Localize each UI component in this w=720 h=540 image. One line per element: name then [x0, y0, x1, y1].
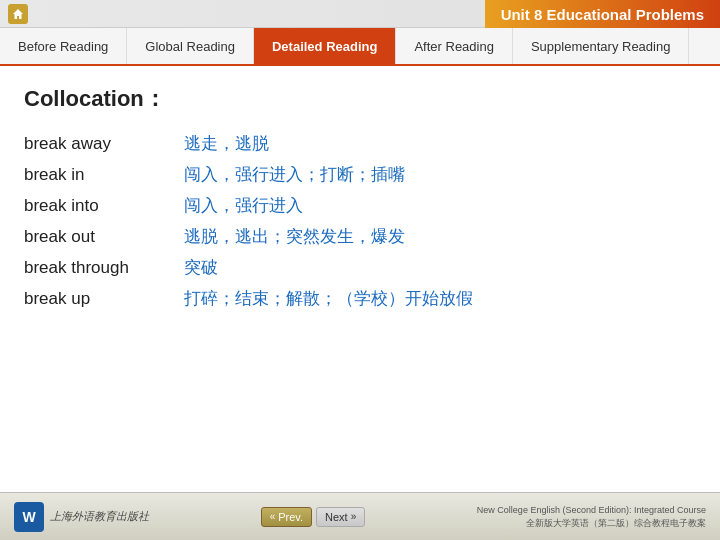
course-text-line1: New College English (Second Edition): In… [477, 504, 706, 517]
list-item: break away 逃走，逃脱 [24, 128, 696, 159]
collocation-term: break up [24, 289, 184, 309]
collocation-term: break in [24, 165, 184, 185]
publisher-name: 上海外语教育出版社 [50, 509, 149, 524]
tab-after-reading[interactable]: After Reading [396, 28, 513, 64]
prev-arrow-icon: « [270, 511, 276, 522]
tab-supplementary-reading[interactable]: Supplementary Reading [513, 28, 689, 64]
collocation-term: break out [24, 227, 184, 247]
tab-global-reading[interactable]: Global Reading [127, 28, 254, 64]
tab-detailed-reading[interactable]: Detailed Reading [254, 28, 396, 64]
prev-button[interactable]: « Prev. [261, 507, 312, 527]
collocation-definition: 打碎；结束；解散；（学校）开始放假 [184, 287, 696, 310]
next-button[interactable]: Next » [316, 507, 365, 527]
collocation-definition: 闯入，强行进入 [184, 194, 696, 217]
list-item: break in 闯入，强行进入；打断；插嘴 [24, 159, 696, 190]
collocation-definition: 逃走，逃脱 [184, 132, 696, 155]
header-bar: Unit 8 Educational Problems [0, 0, 720, 28]
list-item: break into 闯入，强行进入 [24, 190, 696, 221]
collocation-definition: 闯入，强行进入；打断；插嘴 [184, 163, 696, 186]
nav-tabs: Before Reading Global Reading Detailed R… [0, 28, 720, 66]
bottom-logo: W 上海外语教育出版社 [14, 502, 149, 532]
nav-buttons: « Prev. Next » [261, 507, 366, 527]
publisher-logo-icon: W [14, 502, 44, 532]
list-item: break up 打碎；结束；解散；（学校）开始放假 [24, 283, 696, 314]
section-title: Collocation： [24, 84, 696, 114]
home-icon[interactable] [8, 4, 28, 24]
svg-marker-0 [13, 9, 23, 19]
list-item: break through 突破 [24, 252, 696, 283]
page-title: Unit 8 Educational Problems [485, 0, 720, 28]
bottom-bar: W 上海外语教育出版社 « Prev. Next » New College E… [0, 492, 720, 540]
page-wrapper: Unit 8 Educational Problems Before Readi… [0, 0, 720, 540]
collocation-term: break into [24, 196, 184, 216]
collocation-table: break away 逃走，逃脱 break in 闯入，强行进入；打断；插嘴 … [24, 128, 696, 314]
collocation-term: break away [24, 134, 184, 154]
list-item: break out 逃脱，逃出；突然发生，爆发 [24, 221, 696, 252]
collocation-definition: 逃脱，逃出；突然发生，爆发 [184, 225, 696, 248]
collocation-definition: 突破 [184, 256, 696, 279]
course-text-line2: 全新版大学英语（第二版）综合教程电子教案 [477, 517, 706, 530]
next-arrow-icon: » [351, 511, 357, 522]
collocation-term: break through [24, 258, 184, 278]
tab-before-reading[interactable]: Before Reading [0, 28, 127, 64]
main-content: Collocation： break away 逃走，逃脱 break in 闯… [0, 66, 720, 492]
course-info: New College English (Second Edition): In… [477, 504, 706, 529]
